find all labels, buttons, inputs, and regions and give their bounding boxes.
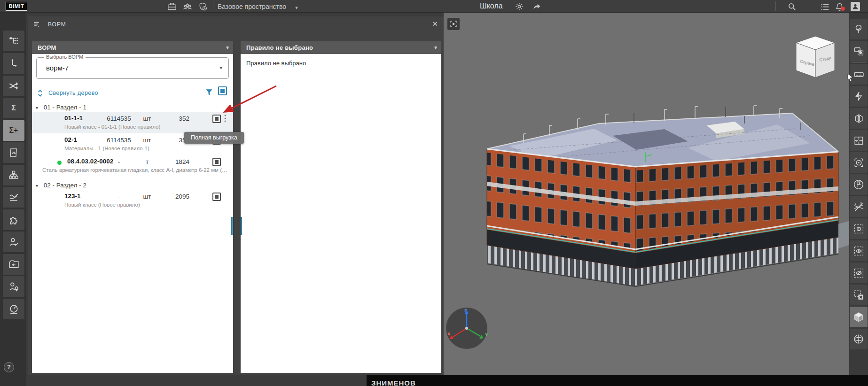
- workspace-selector[interactable]: Базовое пространство: [218, 3, 286, 10]
- scrollbar-thumb[interactable]: [231, 217, 233, 235]
- project-title: Школа: [480, 2, 503, 10]
- tree-row-1[interactable]: 01-1-1 6114535 шт 352 ··· Новый класс - …: [32, 112, 233, 133]
- relations-icon[interactable]: [3, 53, 24, 74]
- row-unit: шт: [133, 193, 161, 200]
- rule-empty-text: Правило не выбрано: [246, 60, 306, 67]
- no-dimensions-icon[interactable]: 1 2: [850, 196, 868, 217]
- chevron-expanded-icon: ▾: [36, 183, 38, 188]
- scrollbar-thumb[interactable]: [241, 217, 242, 235]
- vorm-subpanel-header[interactable]: ВОРМ ▾: [32, 41, 233, 54]
- row-unit: т: [133, 158, 161, 165]
- chevron-down-icon[interactable]: ▾: [291, 2, 302, 13]
- folder-return-icon[interactable]: [3, 254, 24, 275]
- trend-chart-icon[interactable]: [3, 187, 24, 208]
- tree-group-2[interactable]: ▾ 02 - Раздел - 2: [36, 182, 86, 189]
- focus-target-icon[interactable]: [850, 152, 868, 173]
- sphere-view-icon[interactable]: [850, 329, 868, 349]
- isolate-cube-icon[interactable]: [850, 218, 868, 239]
- clear-selection-icon[interactable]: [850, 285, 868, 305]
- settings-gear-icon[interactable]: [514, 1, 524, 12]
- row-subtitle: Новый класс (Новое правило): [64, 202, 227, 208]
- axis-gizmo[interactable]: Z X Y: [445, 306, 492, 353]
- briefcase-icon[interactable]: [167, 1, 177, 12]
- row-code: 123-1: [64, 193, 81, 200]
- tooltip: Полная выгрузка: [184, 132, 244, 144]
- full-export-button[interactable]: [212, 115, 221, 123]
- show-eye-icon[interactable]: [850, 240, 868, 261]
- sum-icon[interactable]: Σ: [3, 98, 24, 118]
- solid-cube-icon[interactable]: [850, 307, 868, 327]
- share-icon[interactable]: [532, 1, 542, 12]
- select-all-checkbox[interactable]: [218, 86, 227, 95]
- row-code: 01-1-1: [64, 115, 83, 122]
- chevron-down-icon: ▾: [226, 41, 229, 54]
- chevron-down-icon: ▾: [434, 41, 437, 54]
- select-objects-icon[interactable]: [850, 41, 868, 62]
- tree-row-4[interactable]: 123-1 - шт 2095 Новый класс (Новое прави…: [32, 190, 233, 211]
- org-structure-icon[interactable]: [3, 165, 24, 185]
- chevron-down-icon: ▾: [219, 65, 222, 71]
- vorm-select-label: Выбрать ВОРМ: [44, 54, 86, 60]
- full-export-button[interactable]: [212, 193, 221, 201]
- gauge-icon[interactable]: [3, 299, 24, 319]
- left-toolbar: Σ Σ+ 2D: [0, 13, 26, 386]
- row-qty: 1824: [166, 158, 189, 165]
- building-model: [444, 13, 849, 375]
- navigation-cube[interactable]: Справа Сзади: [791, 34, 838, 81]
- nature-tree-icon[interactable]: [850, 19, 868, 39]
- shuffle-icon[interactable]: [3, 76, 24, 96]
- account-icon[interactable]: [851, 2, 860, 11]
- top-bar: BiMiT Базовое пространство ▾ Школа: [0, 0, 868, 13]
- tree-group-1-label: 01 - Раздел - 1: [44, 104, 86, 111]
- ruler-icon[interactable]: [850, 64, 868, 85]
- topbar-divider: [213, 1, 213, 11]
- filter-icon[interactable]: [204, 87, 214, 99]
- vorm-subpanel-body: Выбрать ВОРМ ворм-7 ▾ Свернуть дерево ▾: [32, 54, 233, 373]
- section-cube-icon[interactable]: [850, 108, 868, 129]
- flag-icon[interactable]: [850, 174, 868, 195]
- app-logo[interactable]: BiMiT: [6, 2, 27, 11]
- user-location-icon[interactable]: [3, 276, 24, 297]
- list-icon[interactable]: [820, 1, 830, 12]
- vorm-subpanel-title: ВОРМ: [38, 44, 56, 51]
- plugin-icon[interactable]: [3, 209, 24, 230]
- vorm-subpanel: ВОРМ ▾ Выбрать ВОРМ ворм-7 ▾ Свернуть де…: [32, 41, 233, 373]
- vorm-select[interactable]: Выбрать ВОРМ ворм-7 ▾: [36, 57, 229, 79]
- tree-row-3[interactable]: 08.4.03.02-0002 - т 1824 Сталь арматурна…: [32, 155, 233, 177]
- sum-add-icon[interactable]: Σ+: [3, 120, 24, 141]
- svg-text:Y: Y: [485, 332, 488, 337]
- full-export-button[interactable]: [212, 158, 221, 166]
- tree-group-2-label: 02 - Раздел - 2: [44, 182, 86, 189]
- row-subtitle: Новый класс - 01-1-1 (Новое правило): [64, 124, 227, 130]
- team-icon[interactable]: [182, 1, 193, 12]
- bottom-clipped-bar: ЗНИМЕНОВ: [367, 375, 868, 386]
- row-subtitle: Сталь арматурная горячекатаная гладкая, …: [42, 167, 228, 173]
- hide-eye-icon[interactable]: [850, 262, 868, 283]
- close-icon[interactable]: ✕: [432, 20, 438, 28]
- panel-title: ВОРМ: [48, 21, 66, 28]
- user-check-icon[interactable]: [3, 232, 24, 252]
- shield-clock-icon[interactable]: [198, 1, 208, 12]
- tree-group-1[interactable]: ▾ 01 - Раздел - 1: [36, 104, 86, 111]
- rule-subpanel: Правило не выбрано ▾ Правило не выбрано: [241, 41, 441, 373]
- flip-flash-icon[interactable]: [850, 86, 868, 107]
- 3d-viewport[interactable]: Справа Сзади Z X Y: [444, 13, 849, 375]
- search-icon[interactable]: [787, 1, 797, 12]
- rule-subpanel-body: Правило не выбрано: [241, 54, 441, 373]
- svg-text:2D: 2D: [12, 151, 16, 155]
- svg-text:1: 1: [854, 202, 856, 205]
- help-button[interactable]: ?: [4, 362, 14, 372]
- status-dot-green: [57, 161, 62, 165]
- floorplan-icon[interactable]: [850, 130, 868, 151]
- collapse-tree-button[interactable]: Свернуть дерево: [37, 89, 98, 97]
- rule-subpanel-header[interactable]: Правило не выбрано ▾: [241, 41, 441, 54]
- 2d-view-icon[interactable]: 2D: [3, 142, 24, 163]
- row-menu-icon[interactable]: ···: [224, 114, 231, 124]
- fit-view-button[interactable]: [447, 18, 460, 30]
- bimit-app: BiMiT Базовое пространство ▾ Школа: [0, 0, 868, 386]
- row-unit: шт: [133, 137, 161, 144]
- model-tree-icon[interactable]: [3, 31, 24, 51]
- svg-text:X: X: [447, 332, 450, 336]
- panel-menu-icon[interactable]: [33, 20, 41, 31]
- notification-badge: [841, 7, 845, 11]
